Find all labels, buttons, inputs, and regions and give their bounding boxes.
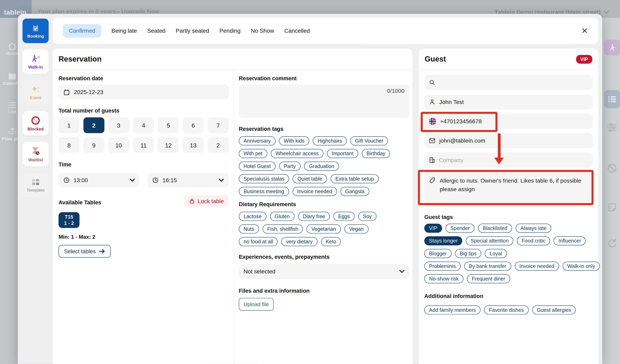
guest-company-field[interactable]: Company — [424, 153, 593, 168]
guest-count-cell[interactable]: 11 — [133, 137, 154, 153]
sidebar-item-template[interactable]: Template — [23, 173, 48, 197]
tag-pill[interactable]: VIP — [424, 224, 442, 233]
tag-pill[interactable]: Add family members — [424, 306, 480, 315]
tag-pill[interactable]: Lactose — [239, 212, 266, 221]
guest-name-field[interactable]: John Test — [424, 94, 593, 109]
guest-count-cell[interactable]: 6 — [183, 117, 204, 133]
guest-count-cell[interactable]: 5 — [158, 117, 179, 133]
guest-count-cell[interactable]: 2 — [83, 117, 104, 133]
tag-pill[interactable]: Food critic — [517, 236, 550, 245]
status-tab[interactable]: Partly seated — [176, 28, 209, 34]
rail-refresh-button[interactable] — [604, 235, 620, 251]
sidebar-item-waitlist[interactable]: Waitlist — [23, 142, 48, 166]
tag-pill[interactable]: Anniversary — [239, 136, 276, 146]
guest-count-cell[interactable]: 9 — [83, 137, 104, 153]
tag-pill[interactable]: Influencer — [554, 236, 586, 245]
tag-pill[interactable]: Party — [279, 162, 301, 171]
note-icon — [607, 203, 617, 213]
status-tab[interactable]: Confirmed — [63, 24, 101, 38]
guest-count-cell[interactable]: 13 — [183, 137, 204, 153]
time-from-select[interactable]: 13:00 — [59, 173, 140, 188]
tag-pill[interactable]: Probleminis — [424, 262, 461, 271]
status-tab[interactable]: Pending — [219, 28, 241, 34]
tag-pill[interactable]: Gift Voucher — [350, 136, 388, 146]
status-tab[interactable]: No Show — [251, 28, 274, 34]
tag-pill[interactable]: Loyal — [485, 249, 507, 258]
guest-count-cell[interactable]: 12 — [158, 137, 179, 153]
tag-pill[interactable]: no food at all — [239, 237, 278, 246]
rail-notes-button[interactable] — [604, 200, 620, 216]
tag-pill[interactable]: Invoice needed — [293, 187, 337, 196]
tag-pill[interactable]: Special attention — [466, 236, 513, 245]
tag-pill[interactable]: Gluten — [270, 212, 294, 221]
tag-pill[interactable]: Specialusis stalas — [239, 174, 289, 183]
tag-pill[interactable]: Eggs — [333, 212, 355, 221]
comment-textarea[interactable]: 0/1000 — [239, 85, 409, 118]
tag-pill[interactable]: With pet — [239, 149, 267, 158]
tag-pill[interactable]: No-show risk — [424, 274, 464, 283]
guest-phone-field[interactable]: +470123456678 — [424, 114, 593, 129]
guest-email-field[interactable]: john@tablein.com — [424, 133, 593, 148]
tag-pill[interactable]: Vegetarian — [307, 224, 341, 233]
sidebar-item-event[interactable]: Event — [23, 80, 48, 105]
tag-pill[interactable]: Frequent diner — [467, 274, 510, 283]
tag-pill[interactable]: Blogger — [424, 249, 451, 258]
tag-pill[interactable]: Gangsta — [340, 187, 369, 196]
tag-pill[interactable]: By bank transfer — [464, 262, 511, 271]
tag-pill[interactable]: Favorite dishes — [484, 306, 528, 315]
tag-pill[interactable]: With kids — [279, 136, 310, 146]
guest-count-cell[interactable]: 7 — [208, 117, 229, 133]
tag-pill[interactable]: Big tips — [455, 249, 481, 258]
tag-pill[interactable]: Always late — [516, 224, 551, 233]
tag-pill[interactable]: Birthday — [362, 149, 390, 158]
status-tab[interactable]: Seated — [147, 28, 165, 34]
rail-list-button[interactable] — [604, 90, 620, 108]
guest-count-cell[interactable]: 2 — [208, 137, 229, 153]
tag-pill[interactable]: Guest allergies — [532, 306, 576, 315]
tag-pill[interactable]: Highchairs — [313, 136, 347, 146]
tag-pill[interactable]: Business meeting — [239, 187, 289, 196]
guest-count-cell[interactable]: 4 — [133, 117, 154, 133]
guest-count-cell[interactable]: 8 — [59, 137, 79, 153]
date-input[interactable]: 2025-12-23 — [59, 85, 229, 100]
tag-pill[interactable]: Important — [327, 149, 358, 158]
time-to-select[interactable]: 16:15 — [148, 173, 229, 188]
guest-count-cell[interactable]: 1 — [59, 117, 79, 133]
select-tables-label: Select tables — [64, 248, 96, 255]
sidebar-item-booking[interactable]: Booking — [23, 18, 48, 43]
rail-walkin-button[interactable] — [604, 40, 620, 56]
rail-filters-button[interactable] — [604, 120, 620, 135]
tag-pill[interactable]: Nuts — [239, 224, 259, 233]
close-icon[interactable]: ✕ — [581, 27, 588, 35]
tag-pill[interactable]: Keto — [321, 237, 341, 246]
select-tables-button[interactable]: Select tables — [59, 245, 111, 258]
tag-pill[interactable]: Walk-in only — [562, 262, 600, 271]
tag-pill[interactable]: Spender — [446, 224, 474, 233]
tag-pill[interactable]: Blacklisted — [478, 224, 512, 233]
guest-count-cell[interactable]: 10 — [108, 137, 129, 153]
tag-pill[interactable]: very dietary — [281, 237, 317, 246]
lock-table-button[interactable]: Lock table — [184, 195, 229, 207]
guest-search-input[interactable] — [424, 75, 593, 90]
tag-pill[interactable]: Invoice needed — [515, 262, 559, 271]
tag-pill[interactable]: Quiet table — [293, 174, 327, 183]
tag-pill[interactable]: Hotel Guest — [239, 162, 276, 171]
status-tab[interactable]: Being late — [111, 28, 137, 34]
tag-pill[interactable]: Graduation — [304, 162, 339, 171]
rail-block-button[interactable] — [604, 160, 620, 176]
experiences-select[interactable]: Not selected — [239, 264, 409, 279]
tag-pill[interactable]: Wheelchair access — [271, 149, 324, 158]
guest-count-cell[interactable]: 3 — [108, 117, 129, 133]
tag-pill[interactable]: Vegan — [344, 224, 368, 233]
tag-pill[interactable]: Extra table setup — [331, 174, 379, 183]
guest-note-field[interactable]: Allergic to nuts. Owner's friend. Likes … — [424, 172, 593, 204]
tag-pill[interactable]: Soy — [358, 212, 376, 221]
upload-file-button[interactable]: Upload file — [239, 298, 274, 311]
sidebar-item-walkin[interactable]: Walk-in — [23, 49, 48, 74]
status-tab[interactable]: Cancelled — [284, 28, 310, 34]
tag-pill[interactable]: Diary free — [298, 212, 330, 221]
sidebar-item-blocked[interactable]: Blocked — [23, 111, 48, 136]
tag-pill[interactable]: Fish, shellfish — [263, 224, 303, 233]
tag-pill[interactable]: Stays longer — [424, 236, 462, 245]
selected-table-tile[interactable]: T15 1 - 2 — [59, 212, 79, 228]
